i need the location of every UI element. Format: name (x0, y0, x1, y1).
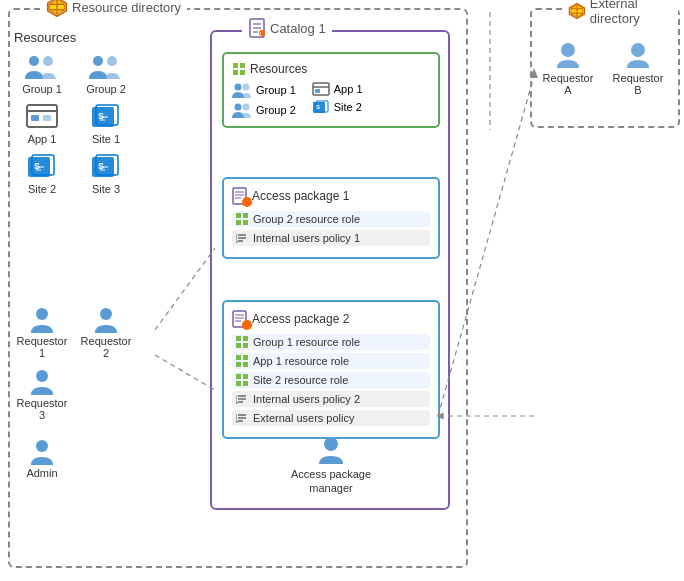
group1-icon (24, 53, 60, 81)
access-package-manager-label2: manager (309, 482, 352, 494)
requestor1-item: Requestor 1 (14, 305, 70, 359)
pkg2-policy1-label: Internal users policy 2 (253, 393, 360, 405)
catalog-group2-item: Group 2 (232, 102, 296, 118)
svg-rect-60 (243, 220, 248, 225)
catalog-box: ! Catalog 1 Resources (210, 30, 450, 510)
requestor1-icon (27, 305, 57, 333)
svg-point-45 (235, 104, 242, 111)
catalog-group2-icon (232, 102, 252, 118)
admin-icon (27, 437, 57, 465)
svg-rect-76 (236, 374, 241, 379)
pkg1-policy1-label: Internal users policy 1 (253, 232, 360, 244)
resource-directory-icon (46, 0, 68, 18)
access-package1-label: Access package 1 (252, 189, 349, 203)
svg-point-30 (100, 308, 112, 320)
pkg2-role2-grid-icon (236, 355, 248, 367)
catalog-site2-label: Site 2 (334, 101, 362, 113)
requestors-panel: Requestor 1 Requestor 2 Requestor 3 (14, 305, 194, 479)
pkg2-policy1-row: Internal users policy 2 (232, 391, 430, 407)
svg-point-44 (243, 84, 250, 91)
requestor-b-item: Requestor B (610, 40, 666, 96)
access-package2-title: Access package 2 (232, 310, 430, 328)
external-directory-box: External directory Requestor A Req (530, 8, 680, 128)
pkg1-role1-label: Group 2 resource role (253, 213, 360, 225)
requestor2-label: Requestor 2 (78, 335, 134, 359)
pkg2-role1-grid-icon (236, 336, 248, 348)
pkg1-role1-row: Group 2 resource role (232, 211, 430, 227)
requestor-a-label: Requestor A (540, 72, 596, 96)
pkg2-policy2-row: External users policy (232, 410, 430, 426)
resources-panel: Resources Group 1 Gr (14, 30, 194, 290)
group2-item: Group 2 (78, 53, 134, 95)
svg-point-12 (29, 56, 39, 66)
svg-rect-59 (236, 220, 241, 225)
access-package1-box: Access package 1 Group 2 resource role (222, 177, 440, 259)
svg-rect-69 (243, 336, 248, 341)
svg-rect-70 (236, 343, 241, 348)
requestor-a-icon (553, 40, 583, 70)
pkg1-policy1-icon (236, 232, 248, 244)
site3-icon: S (90, 153, 122, 181)
access-package2-label: Access package 2 (252, 312, 349, 326)
svg-rect-71 (243, 343, 248, 348)
svg-rect-73 (243, 355, 248, 360)
requestor2-icon (91, 305, 121, 333)
pkg2-role1-label: Group 1 resource role (253, 336, 360, 348)
access-package1-icon-badge (232, 187, 248, 205)
requestor-b-icon (623, 40, 653, 70)
package1-badge (242, 197, 252, 207)
svg-point-43 (235, 84, 242, 91)
access-package-manager-icon (315, 434, 347, 466)
svg-rect-19 (43, 115, 51, 121)
catalog-group2-label: Group 2 (256, 104, 296, 116)
pkg2-role3-label: Site 2 resource role (253, 374, 348, 386)
catalog-resources-box: Resources Group 1 (222, 52, 440, 128)
catalog-resources-label: Resources (250, 62, 307, 76)
svg-rect-75 (243, 362, 248, 367)
group2-label: Group 2 (86, 83, 126, 95)
catalog-resources-grid-icon (232, 62, 246, 76)
admin-item: Admin (14, 437, 70, 479)
site2-label: Site 2 (28, 183, 56, 195)
requestor-b-label: Requestor B (610, 72, 666, 96)
access-package1-title: Access package 1 (232, 187, 430, 205)
pkg2-role2-row: App 1 resource role (232, 353, 430, 369)
svg-point-13 (43, 56, 53, 66)
app1-item: App 1 (14, 103, 70, 145)
resources-panel-title: Resources (14, 30, 194, 45)
pkg2-policy2-icon (236, 412, 248, 424)
svg-rect-18 (31, 115, 39, 121)
access-package2-box: Access package 2 Group 1 resource role (222, 300, 440, 439)
catalog-resource-row: Group 1 Group 2 (232, 82, 430, 118)
svg-rect-79 (243, 381, 248, 386)
requestor3-icon (27, 367, 57, 395)
svg-point-10 (561, 43, 575, 57)
svg-rect-41 (233, 70, 238, 75)
pkg1-policy1-row: Internal users policy 1 (232, 230, 430, 246)
main-container: Resource directory External directory (0, 0, 684, 581)
svg-rect-39 (233, 63, 238, 68)
external-directory-text: External directory (590, 0, 672, 26)
svg-rect-74 (236, 362, 241, 367)
requestor3-label: Requestor 3 (14, 397, 70, 421)
group1-label: Group 1 (22, 83, 62, 95)
catalog-site2-item: S Site 2 (312, 100, 363, 114)
catalog-site2-icon: S (312, 100, 330, 114)
svg-rect-58 (243, 213, 248, 218)
resource-directory-text: Resource directory (72, 0, 181, 15)
pkg2-role3-grid-icon (236, 374, 248, 386)
pkg2-role2-label: App 1 resource role (253, 355, 349, 367)
site1-item: S Site 1 (78, 103, 134, 145)
svg-point-15 (107, 56, 117, 66)
resource-items-container: Group 1 Group 2 Ap (14, 53, 194, 195)
group1-item: Group 1 (14, 53, 70, 95)
site3-label: Site 3 (92, 183, 120, 195)
site3-item: S Site 3 (78, 153, 134, 195)
access-package2-icon-badge (232, 310, 248, 328)
site1-icon: S (90, 103, 122, 131)
svg-rect-77 (243, 374, 248, 379)
requestor2-item: Requestor 2 (78, 305, 134, 359)
catalog-icon: ! (248, 18, 266, 38)
pkg2-role3-row: Site 2 resource role (232, 372, 430, 388)
catalog-group1-icon (232, 82, 252, 98)
